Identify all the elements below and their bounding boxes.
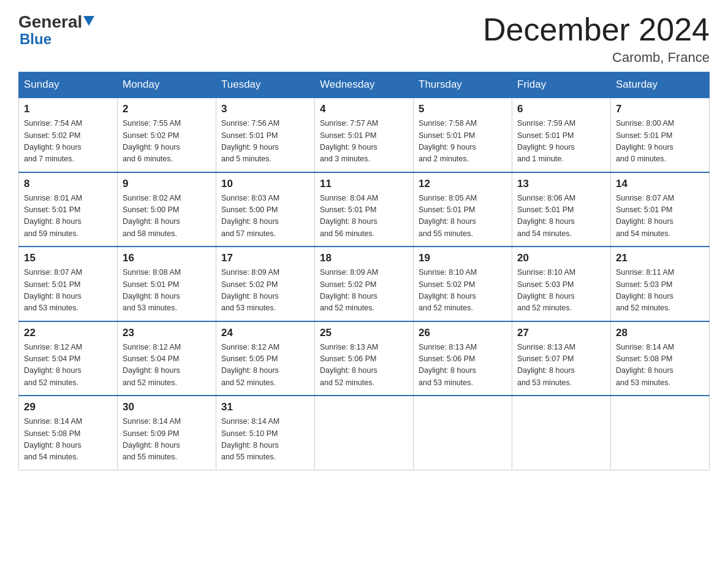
day-number: 16	[123, 252, 211, 264]
day-number: 15	[24, 252, 112, 264]
day-info: Sunrise: 8:13 AMSunset: 5:06 PMDaylight:…	[320, 342, 408, 389]
day-number: 24	[221, 327, 309, 339]
day-info: Sunrise: 8:14 AMSunset: 5:09 PMDaylight:…	[123, 416, 211, 464]
day-number: 8	[24, 178, 112, 190]
day-number: 26	[419, 327, 507, 339]
calendar-cell: 6Sunrise: 7:59 AMSunset: 5:01 PMDaylight…	[512, 98, 611, 172]
calendar-cell: 26Sunrise: 8:13 AMSunset: 5:06 PMDayligh…	[414, 321, 512, 396]
day-info: Sunrise: 8:10 AMSunset: 5:02 PMDaylight:…	[419, 267, 507, 315]
day-number: 3	[221, 103, 309, 115]
day-info: Sunrise: 7:57 AMSunset: 5:01 PMDaylight:…	[320, 118, 408, 166]
calendar-cell: 5Sunrise: 7:58 AMSunset: 5:01 PMDaylight…	[414, 98, 512, 172]
day-header-sunday: Sunday	[19, 72, 118, 98]
calendar-cell: 23Sunrise: 8:12 AMSunset: 5:04 PMDayligh…	[118, 321, 216, 396]
day-info: Sunrise: 8:10 AMSunset: 5:03 PMDaylight:…	[517, 267, 605, 315]
calendar-cell: 13Sunrise: 8:06 AMSunset: 5:01 PMDayligh…	[512, 172, 611, 247]
calendar-cell	[414, 396, 512, 470]
calendar-cell: 24Sunrise: 8:12 AMSunset: 5:05 PMDayligh…	[216, 321, 315, 396]
day-number: 1	[24, 103, 112, 115]
calendar-cell: 9Sunrise: 8:02 AMSunset: 5:00 PMDaylight…	[118, 172, 216, 247]
day-number: 27	[517, 327, 605, 339]
calendar-cell: 20Sunrise: 8:10 AMSunset: 5:03 PMDayligh…	[512, 247, 611, 321]
day-info: Sunrise: 7:55 AMSunset: 5:02 PMDaylight:…	[123, 118, 211, 166]
day-header-tuesday: Tuesday	[216, 72, 315, 98]
day-number: 22	[24, 327, 112, 339]
calendar-cell	[611, 396, 710, 470]
day-number: 19	[419, 252, 507, 264]
day-info: Sunrise: 8:12 AMSunset: 5:04 PMDaylight:…	[24, 342, 112, 389]
day-info: Sunrise: 7:56 AMSunset: 5:01 PMDaylight:…	[221, 118, 309, 166]
day-header-thursday: Thursday	[414, 72, 512, 98]
calendar-cell: 29Sunrise: 8:14 AMSunset: 5:08 PMDayligh…	[19, 396, 118, 470]
day-info: Sunrise: 8:01 AMSunset: 5:01 PMDaylight:…	[24, 193, 112, 240]
calendar-cell: 30Sunrise: 8:14 AMSunset: 5:09 PMDayligh…	[118, 396, 216, 470]
calendar-cell: 27Sunrise: 8:13 AMSunset: 5:07 PMDayligh…	[512, 321, 611, 396]
calendar-cell: 21Sunrise: 8:11 AMSunset: 5:03 PMDayligh…	[611, 247, 710, 321]
calendar-cell: 7Sunrise: 8:00 AMSunset: 5:01 PMDaylight…	[611, 98, 710, 172]
day-info: Sunrise: 8:14 AMSunset: 5:10 PMDaylight:…	[221, 416, 309, 464]
day-info: Sunrise: 7:54 AMSunset: 5:02 PMDaylight:…	[24, 118, 112, 166]
day-number: 6	[517, 103, 605, 115]
svg-marker-0	[83, 16, 94, 26]
day-number: 30	[123, 401, 211, 413]
day-number: 11	[320, 178, 408, 190]
day-number: 17	[221, 252, 309, 264]
calendar-cell: 11Sunrise: 8:04 AMSunset: 5:01 PMDayligh…	[315, 172, 414, 247]
day-number: 10	[221, 178, 309, 190]
calendar-cell: 8Sunrise: 8:01 AMSunset: 5:01 PMDaylight…	[19, 172, 118, 247]
day-info: Sunrise: 8:11 AMSunset: 5:03 PMDaylight:…	[616, 267, 704, 315]
day-info: Sunrise: 8:09 AMSunset: 5:02 PMDaylight:…	[221, 267, 309, 315]
calendar-cell: 31Sunrise: 8:14 AMSunset: 5:10 PMDayligh…	[216, 396, 315, 470]
day-number: 5	[419, 103, 507, 115]
day-number: 9	[123, 178, 211, 190]
page-header: General Blue December 2024 Caromb, Franc…	[18, 12, 710, 66]
day-number: 12	[419, 178, 507, 190]
calendar-cell	[512, 396, 611, 470]
calendar-cell: 28Sunrise: 8:14 AMSunset: 5:08 PMDayligh…	[611, 321, 710, 396]
calendar-cell: 15Sunrise: 8:07 AMSunset: 5:01 PMDayligh…	[19, 247, 118, 321]
calendar-cell	[315, 396, 414, 470]
day-number: 7	[616, 103, 704, 115]
calendar-cell: 3Sunrise: 7:56 AMSunset: 5:01 PMDaylight…	[216, 98, 315, 172]
day-info: Sunrise: 8:07 AMSunset: 5:01 PMDaylight:…	[616, 193, 704, 240]
day-number: 2	[123, 103, 211, 115]
calendar-cell: 12Sunrise: 8:05 AMSunset: 5:01 PMDayligh…	[414, 172, 512, 247]
logo-blue-text: Blue	[20, 31, 51, 48]
day-info: Sunrise: 8:14 AMSunset: 5:08 PMDaylight:…	[24, 416, 112, 464]
logo-arrow-icon	[83, 16, 94, 28]
day-number: 18	[320, 252, 408, 264]
day-info: Sunrise: 8:13 AMSunset: 5:06 PMDaylight:…	[419, 342, 507, 389]
day-header-wednesday: Wednesday	[315, 72, 414, 98]
day-info: Sunrise: 8:03 AMSunset: 5:00 PMDaylight:…	[221, 193, 309, 240]
day-header-friday: Friday	[512, 72, 611, 98]
day-number: 21	[616, 252, 704, 264]
calendar-cell: 25Sunrise: 8:13 AMSunset: 5:06 PMDayligh…	[315, 321, 414, 396]
day-info: Sunrise: 8:00 AMSunset: 5:01 PMDaylight:…	[616, 118, 704, 166]
day-number: 29	[24, 401, 112, 413]
calendar-cell: 19Sunrise: 8:10 AMSunset: 5:02 PMDayligh…	[414, 247, 512, 321]
day-number: 23	[123, 327, 211, 339]
day-info: Sunrise: 8:14 AMSunset: 5:08 PMDaylight:…	[616, 342, 704, 389]
month-title: December 2024	[483, 12, 710, 47]
calendar-cell: 1Sunrise: 7:54 AMSunset: 5:02 PMDaylight…	[19, 98, 118, 172]
day-info: Sunrise: 8:07 AMSunset: 5:01 PMDaylight:…	[24, 267, 112, 315]
day-info: Sunrise: 8:12 AMSunset: 5:04 PMDaylight:…	[123, 342, 211, 389]
day-info: Sunrise: 8:12 AMSunset: 5:05 PMDaylight:…	[221, 342, 309, 389]
day-number: 13	[517, 178, 605, 190]
day-info: Sunrise: 8:02 AMSunset: 5:00 PMDaylight:…	[123, 193, 211, 240]
days-header-row: SundayMondayTuesdayWednesdayThursdayFrid…	[19, 72, 710, 98]
title-area: December 2024 Caromb, France	[483, 12, 710, 66]
calendar-cell: 22Sunrise: 8:12 AMSunset: 5:04 PMDayligh…	[19, 321, 118, 396]
location: Caromb, France	[483, 50, 710, 66]
logo: General Blue	[18, 12, 94, 48]
calendar-cell: 14Sunrise: 8:07 AMSunset: 5:01 PMDayligh…	[611, 172, 710, 247]
day-info: Sunrise: 8:06 AMSunset: 5:01 PMDaylight:…	[517, 193, 605, 240]
calendar-cell: 18Sunrise: 8:09 AMSunset: 5:02 PMDayligh…	[315, 247, 414, 321]
logo-general-text: General	[18, 12, 82, 32]
day-info: Sunrise: 8:13 AMSunset: 5:07 PMDaylight:…	[517, 342, 605, 389]
week-row-2: 8Sunrise: 8:01 AMSunset: 5:01 PMDaylight…	[19, 172, 710, 247]
calendar-cell: 2Sunrise: 7:55 AMSunset: 5:02 PMDaylight…	[118, 98, 216, 172]
calendar-cell: 17Sunrise: 8:09 AMSunset: 5:02 PMDayligh…	[216, 247, 315, 321]
day-number: 25	[320, 327, 408, 339]
calendar-table: SundayMondayTuesdayWednesdayThursdayFrid…	[18, 72, 710, 470]
